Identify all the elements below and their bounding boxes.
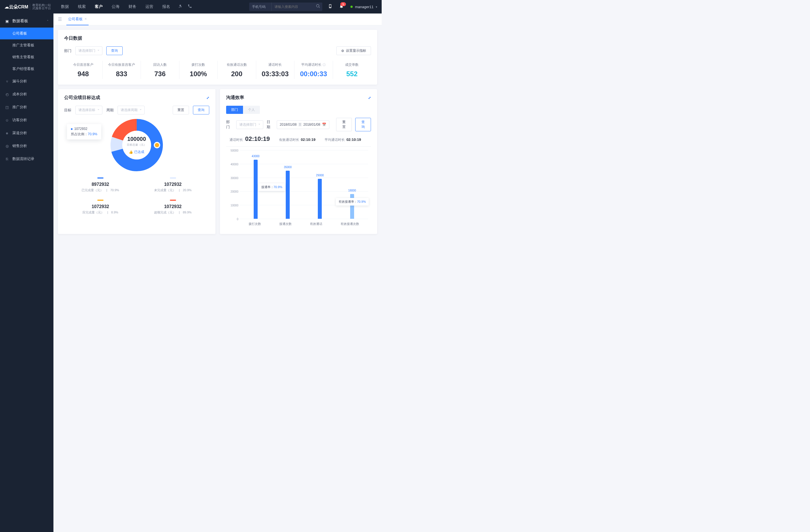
sidebar-item[interactable]: ▿漏斗分析 bbox=[0, 75, 53, 88]
sidebar-item[interactable]: ⎘数据流转记录 bbox=[0, 152, 53, 165]
bar: 29000 bbox=[318, 179, 322, 219]
date-label: 日期 bbox=[266, 119, 273, 130]
bar: 43000 bbox=[254, 160, 258, 219]
add-user-icon[interactable] bbox=[178, 4, 182, 10]
reset-button[interactable]: 重置 bbox=[336, 118, 352, 131]
global-search: 手机号码 bbox=[249, 2, 322, 11]
period-select[interactable]: 请选择周期 bbox=[117, 106, 145, 114]
chart-annotation: 接通率：70.9% bbox=[258, 183, 285, 191]
sidebar-item-icon: ⎈ bbox=[5, 131, 9, 135]
topnav-item[interactable]: 线索 bbox=[78, 0, 86, 13]
mobile-icon[interactable] bbox=[328, 4, 333, 10]
logo-tagline: 教育机构一站 式服务云平台 bbox=[30, 4, 51, 10]
sidebar-sub-item[interactable]: 公司看板 bbox=[0, 28, 53, 39]
summary-item: 通话时长02:10:19 bbox=[229, 135, 270, 143]
query-button[interactable]: 查询 bbox=[355, 118, 371, 131]
sidebar-item[interactable]: ⎈渠道分析 bbox=[0, 127, 53, 139]
x-label: 有效接通次数 bbox=[341, 222, 359, 226]
close-icon[interactable]: ✕ bbox=[84, 17, 87, 21]
bar-chart: 50000400003000020000100000 4300035000290… bbox=[226, 147, 371, 228]
sidebar-item-icon: ⎘ bbox=[5, 157, 9, 161]
donut-center-value: 100000 bbox=[127, 136, 146, 142]
chevron-up-icon: ˄ bbox=[47, 20, 48, 23]
reset-button[interactable]: 重置 bbox=[173, 106, 189, 114]
metric: 拨打次数100% bbox=[179, 61, 218, 79]
metric: 平均通话时长 ⓘ00:00:33 bbox=[294, 61, 333, 79]
sidebar-item-icon: ◴ bbox=[5, 92, 9, 97]
metric: 今日首咨客户948 bbox=[64, 61, 103, 79]
chevron-down-icon: ▾ bbox=[376, 5, 377, 9]
user-menu[interactable]: manager11 ▾ bbox=[351, 5, 377, 9]
phone-icon[interactable] bbox=[188, 4, 192, 10]
logo: ☁︎云朵CRM 教育机构一站 式服务云平台 bbox=[4, 4, 55, 10]
topnav-item[interactable]: 报名 bbox=[162, 0, 170, 13]
card-target-title: 公司业绩目标达成 bbox=[64, 95, 100, 101]
logo-mark: ☁︎云朵CRM bbox=[4, 5, 28, 9]
metric: 有效通话次数200 bbox=[218, 61, 256, 79]
dashboard-icon: ▣ bbox=[5, 19, 9, 23]
dept-label: 部门 bbox=[226, 119, 233, 130]
sidebar-item[interactable]: ☺访客分析 bbox=[0, 114, 53, 127]
legend-item: 8972932已完成量（元） | 70.9% bbox=[64, 177, 137, 192]
seg-dept[interactable]: 部门 bbox=[226, 106, 243, 114]
sidebar-sub-item[interactable]: 推广主管看板 bbox=[0, 39, 53, 51]
topnav-item[interactable]: 数据 bbox=[61, 0, 69, 13]
sidebar-sub-item[interactable]: 客户经理看板 bbox=[0, 63, 53, 75]
top-nav: ☁︎云朵CRM 教育机构一站 式服务云平台 数据线索客户公海财务运营报名 手机号… bbox=[0, 0, 382, 14]
dept-label: 部门 bbox=[64, 48, 71, 53]
sidebar-item[interactable]: ◎销售分析 bbox=[0, 139, 53, 152]
calendar-icon: 📅 bbox=[322, 122, 326, 127]
donut-center-sub: 目标总量（元） bbox=[127, 143, 147, 147]
card-target: 公司业绩目标达成 ⤢ 目标 请选择目标 周期 请选择周期 重置 查询 10729… bbox=[58, 89, 215, 234]
topnav-item[interactable]: 客户 bbox=[95, 0, 103, 13]
topnav-item[interactable]: 公海 bbox=[112, 0, 119, 13]
goal-label: 目标 bbox=[64, 108, 71, 113]
search-type-select[interactable]: 手机号码 bbox=[249, 2, 272, 11]
menu-icon[interactable]: ☰ bbox=[58, 17, 62, 22]
gear-icon: ⚙ bbox=[341, 49, 344, 53]
summary-item: 有效通话时长02:10:19 bbox=[279, 137, 315, 142]
help-icon[interactable]: ⓘ bbox=[323, 63, 326, 67]
donut-status: 👍 已达成 bbox=[129, 150, 144, 154]
metric: 成交单数552 bbox=[333, 61, 371, 79]
query-button[interactable]: 查询 bbox=[106, 46, 123, 55]
chart-annotation: 有效接通率：70.9% bbox=[336, 198, 369, 205]
tab-company-board[interactable]: 公司看板 ✕ bbox=[66, 14, 88, 25]
metric: 回访人数736 bbox=[141, 61, 179, 79]
dept-select[interactable]: 请选择部门 bbox=[236, 120, 263, 129]
settings-button[interactable]: ⚙ 设置显示指标 bbox=[336, 46, 371, 55]
sidebar-group-dashboard[interactable]: ▣ 数据看板 ˄ bbox=[0, 15, 53, 28]
metric: 通话时长03:33:03 bbox=[256, 61, 295, 79]
sidebar-group-label: 数据看板 bbox=[12, 19, 28, 23]
thumbs-up-icon: 👍 bbox=[129, 150, 133, 154]
sidebar-item[interactable]: ◫推广分析 bbox=[0, 101, 53, 114]
sidebar: ▣ 数据看板 ˄ 公司看板推广主管看板销售主管看板客户经理看板 ▿漏斗分析◴成本… bbox=[0, 14, 53, 532]
sidebar-item-icon: ☺ bbox=[5, 118, 9, 122]
tab-bar: ☰ 公司看板 ✕ bbox=[53, 14, 382, 25]
sidebar-item-icon: ◫ bbox=[5, 105, 9, 110]
segment-control: 部门 个人 bbox=[226, 106, 260, 114]
tab-label: 公司看板 bbox=[68, 17, 83, 22]
topnav-item[interactable]: 财务 bbox=[129, 0, 136, 13]
dept-select[interactable]: 请选择部门 bbox=[75, 46, 102, 55]
bell-icon[interactable] bbox=[339, 4, 344, 10]
sidebar-item[interactable]: ◴成本分析 bbox=[0, 88, 53, 101]
card-today-title: 今日数据 bbox=[64, 35, 371, 41]
query-button[interactable]: 查询 bbox=[193, 106, 209, 114]
bar: 35000 bbox=[286, 171, 290, 219]
sidebar-sub-item[interactable]: 销售主管看板 bbox=[0, 51, 53, 63]
username: manager11 bbox=[355, 5, 373, 9]
legend-item: 1072932超额完成（元） | 89.9% bbox=[137, 199, 209, 215]
seg-personal[interactable]: 个人 bbox=[243, 106, 260, 114]
search-input[interactable] bbox=[272, 5, 314, 9]
x-label: 接通次数 bbox=[279, 222, 292, 226]
topnav-item[interactable]: 运营 bbox=[145, 0, 153, 13]
period-label: 周期 bbox=[106, 108, 114, 113]
date-range[interactable]: 2018/01/08 至 2018/01/08 📅 bbox=[277, 120, 329, 129]
goal-select[interactable]: 请选择目标 bbox=[75, 106, 102, 114]
expand-icon[interactable]: ⤢ bbox=[368, 96, 371, 100]
card-efficiency: 沟通效率 ⤢ 部门 个人 部门 请选择部门 日期 2018/01/08 至 20… bbox=[220, 89, 377, 234]
expand-icon[interactable]: ⤢ bbox=[207, 96, 209, 100]
sidebar-item-icon: ◎ bbox=[5, 144, 9, 148]
search-icon[interactable] bbox=[314, 4, 322, 10]
